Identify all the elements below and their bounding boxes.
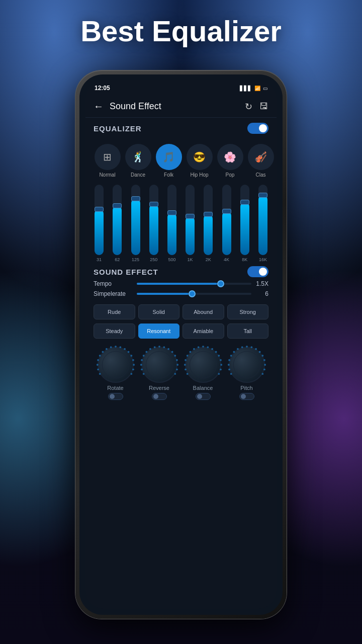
wifi-icon: 📶	[254, 86, 260, 91]
preset-folk[interactable]: 🎵 Folk	[155, 144, 183, 178]
preset-folk-icon: 🎵	[156, 144, 182, 170]
eq-fill-62	[113, 206, 122, 255]
svg-point-50	[220, 364, 222, 366]
effect-btn-steady[interactable]: Steady	[94, 324, 135, 339]
svg-point-8	[115, 346, 117, 348]
preset-normal-label: Normal	[99, 172, 115, 178]
svg-point-61	[241, 346, 243, 348]
preset-classical-icon: 🎻	[248, 144, 274, 170]
eq-fill-1K	[186, 216, 195, 255]
knobs-row: RotateReverseBalancePitch	[85, 343, 277, 391]
effect-btn-resonant[interactable]: Resonant	[138, 324, 180, 339]
phone-screen: 12:05 ▋▋▋ 📶 ▭ ← Sound Effect ↻	[85, 80, 277, 609]
knob-rotate[interactable]	[98, 347, 134, 383]
app-content: ← Sound Effect ↻ 🖫 EQUALIZER	[85, 96, 277, 609]
eq-band-1K[interactable]: 1K	[182, 185, 199, 262]
header-action-icons: ↻ 🖫	[245, 101, 268, 112]
sound-effect-title: SOUND EFFECT	[94, 268, 158, 276]
simpelerate-track[interactable]	[137, 293, 251, 295]
knob-toggle-item-reverse	[152, 393, 167, 400]
status-time: 12:05	[95, 85, 110, 92]
refresh-icon[interactable]: ↻	[245, 101, 252, 112]
preset-hiphop-label: Hip Hop	[190, 172, 208, 178]
equalizer-toggle[interactable]	[247, 123, 268, 134]
preset-pop-icon: 🌸	[217, 144, 243, 170]
knob-balance[interactable]	[185, 347, 221, 383]
equalizer-section: EQUALIZER	[85, 118, 277, 142]
eq-band-500[interactable]: 500	[163, 185, 180, 262]
effect-btn-rude[interactable]: Rude	[94, 304, 135, 319]
svg-point-67	[263, 359, 265, 361]
tempo-fill	[137, 283, 217, 285]
eq-track-250	[149, 185, 158, 255]
effect-btn-strong[interactable]: Strong	[227, 304, 269, 319]
eq-label-16K: 16K	[259, 257, 267, 262]
eq-thumb-62	[113, 203, 122, 208]
knob-reverse[interactable]	[141, 347, 177, 383]
svg-point-28	[167, 348, 169, 350]
knob-mini-toggle-pitch[interactable]	[239, 393, 254, 400]
eq-band-2K[interactable]: 2K	[200, 185, 217, 262]
phone-mockup: 12:05 ▋▋▋ 📶 ▭ ← Sound Effect ↻	[75, 70, 287, 619]
svg-point-19	[141, 368, 143, 370]
preset-dance-label: Dance	[131, 172, 145, 178]
svg-point-14	[133, 364, 135, 366]
page-title: Best Equalizer	[0, 14, 362, 48]
eq-band-31[interactable]: 31	[90, 185, 108, 262]
effect-btn-solid[interactable]: Solid	[138, 304, 180, 319]
eq-track-4K	[222, 185, 231, 255]
eq-label-500: 500	[168, 257, 175, 262]
eq-thumb-250	[149, 202, 158, 207]
eq-track-125	[131, 185, 140, 255]
svg-point-10	[124, 348, 126, 350]
preset-classical[interactable]: 🎻 Clas	[247, 144, 275, 178]
equalizer-title: EQUALIZER	[94, 124, 142, 133]
svg-point-46	[211, 348, 213, 350]
eq-track-31	[95, 185, 104, 255]
effect-btn-abound[interactable]: Abound	[183, 304, 224, 319]
preset-hiphop[interactable]: 😎 Hip Hop	[186, 144, 213, 178]
preset-normal[interactable]: ⊞ Normal	[94, 144, 121, 178]
preset-folk-label: Folk	[164, 172, 173, 178]
effect-btn-tall[interactable]: Tall	[227, 324, 269, 339]
knob-mini-toggle-rotate[interactable]	[108, 393, 123, 400]
eq-track-8K	[240, 185, 249, 255]
sound-effect-toggle[interactable]	[247, 266, 268, 277]
svg-point-53	[190, 351, 216, 378]
phone-inner-shell: 12:05 ▋▋▋ 📶 ▭ ← Sound Effect ↻	[79, 74, 283, 615]
eq-band-16K[interactable]: 16K	[254, 185, 272, 262]
tempo-track[interactable]	[137, 283, 251, 285]
svg-point-64	[255, 348, 257, 350]
preset-pop[interactable]: 🌸 Pop	[216, 144, 244, 178]
eq-band-8K[interactable]: 8K	[236, 185, 253, 262]
knob-pitch[interactable]	[229, 347, 265, 383]
back-button[interactable]: ←	[94, 101, 104, 112]
tempo-thumb[interactable]	[217, 280, 224, 287]
eq-track-500	[167, 185, 176, 255]
knob-mini-toggle-balance[interactable]	[196, 393, 211, 400]
eq-thumb-500	[167, 210, 176, 215]
preset-hiphop-icon: 😎	[187, 144, 213, 170]
svg-point-11	[127, 351, 129, 353]
eq-band-4K[interactable]: 4K	[218, 185, 235, 262]
svg-point-27	[163, 346, 165, 348]
svg-point-15	[132, 368, 134, 370]
eq-thumb-1K	[186, 214, 195, 219]
eq-track-1K	[186, 185, 195, 255]
phone-notch	[148, 80, 214, 95]
svg-point-56	[227, 364, 229, 366]
eq-band-62[interactable]: 62	[109, 185, 126, 262]
effect-btn-amiable[interactable]: Amiable	[183, 324, 224, 339]
simpelerate-thumb[interactable]	[189, 290, 196, 297]
svg-point-30	[174, 355, 176, 357]
eq-fill-8K	[240, 202, 249, 255]
sound-effect-header: SOUND EFFECT	[94, 266, 268, 277]
preset-dance[interactable]: 🕺 Dance	[124, 144, 152, 178]
eq-fill-500	[167, 213, 176, 255]
svg-point-35	[146, 351, 172, 378]
eq-thumb-125	[131, 196, 140, 201]
eq-band-250[interactable]: 250	[145, 185, 162, 262]
eq-band-125[interactable]: 125	[127, 185, 144, 262]
knob-mini-toggle-reverse[interactable]	[152, 393, 167, 400]
save-icon[interactable]: 🖫	[259, 101, 268, 112]
